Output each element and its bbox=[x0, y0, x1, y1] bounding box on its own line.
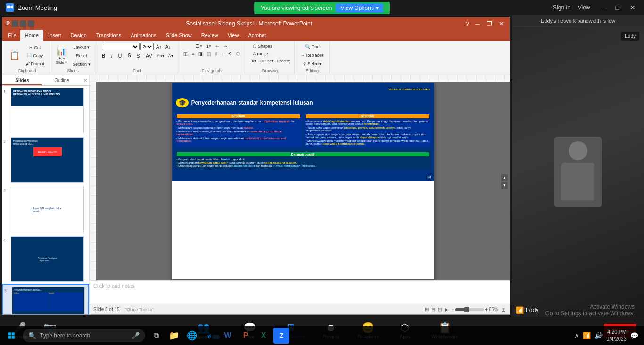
view-reading-button[interactable]: ⊡ bbox=[438, 307, 442, 312]
slides-tab[interactable]: Slides bbox=[2, 75, 42, 85]
slide-title-bar: 🎓 Penyederhanaan standar kompetensi lulu… bbox=[172, 96, 434, 110]
slide-panel-close-button[interactable]: ✕ bbox=[82, 75, 89, 85]
cut-button[interactable]: ✂ Cut bbox=[23, 44, 47, 51]
select-button[interactable]: ⊹ Select▾ bbox=[300, 60, 324, 67]
network-icon[interactable]: 📶 bbox=[583, 332, 591, 339]
slide-thumb-5[interactable]: 5 Penyederhanaan standar... Sebelum Sesu… bbox=[2, 284, 89, 314]
italic-button[interactable]: I bbox=[109, 52, 115, 59]
taskbar-edge[interactable]: 𝒆 bbox=[202, 328, 218, 344]
ribbon-tab-transitions[interactable]: Transitions bbox=[91, 30, 126, 41]
taskbar-zoom[interactable]: Z bbox=[273, 328, 289, 344]
ppt-help-button[interactable]: ? bbox=[464, 20, 471, 27]
bold-button[interactable]: B bbox=[99, 52, 108, 59]
start-button[interactable] bbox=[2, 326, 21, 345]
minimize-button[interactable]: ─ bbox=[598, 4, 608, 11]
underline-button[interactable]: U bbox=[116, 52, 124, 59]
view-options-button[interactable]: View Options ▾ bbox=[336, 3, 383, 13]
slide-thumb-4[interactable]: 4 Perubahan Paradigma...tugas akhir... bbox=[2, 234, 89, 284]
convert-to-smartart-button[interactable]: ⬡ bbox=[234, 50, 242, 58]
notes-area[interactable]: Click to add notes bbox=[90, 280, 510, 304]
ppt-undo-icon[interactable] bbox=[20, 20, 26, 27]
taskbar-search-bar[interactable]: 🔍 Type here to search 🎤 bbox=[23, 329, 145, 342]
slide-editor[interactable]: INSTITUT BISNIS NUSANTARA 🎓 Penyederhana… bbox=[96, 82, 510, 280]
taskbar-powerpoint[interactable]: P bbox=[238, 328, 254, 344]
font-color-button[interactable]: A▾ bbox=[167, 52, 175, 59]
zoom-slider[interactable] bbox=[455, 308, 484, 311]
strikethrough-button[interactable]: S̶ bbox=[125, 51, 133, 59]
taskbar-word[interactable]: W bbox=[220, 328, 236, 344]
ribbon-tab-insert[interactable]: Insert bbox=[43, 30, 66, 41]
shape-effects-button[interactable]: Effects▾ bbox=[275, 58, 291, 64]
view-link[interactable]: View bbox=[578, 4, 590, 11]
numbering-button[interactable]: 1≡ bbox=[205, 43, 213, 49]
taskbar-file-explorer[interactable]: 📁 bbox=[166, 328, 182, 344]
speaker-icon[interactable]: 🔊 bbox=[594, 332, 603, 339]
ribbon-tab-home[interactable]: Home bbox=[20, 30, 43, 41]
text-direction-button[interactable]: ⟲ bbox=[226, 50, 234, 58]
font-name-select[interactable] bbox=[102, 43, 140, 50]
taskbar-chrome[interactable]: 🌐 bbox=[184, 328, 200, 344]
ppt-close-button[interactable]: ✕ bbox=[497, 20, 506, 27]
align-right-button[interactable]: ◨ bbox=[197, 50, 205, 58]
ribbon-tab-acrobat[interactable]: Acrobat bbox=[243, 30, 271, 41]
char-spacing-button[interactable]: AV bbox=[143, 52, 155, 59]
ppt-restore-button[interactable]: ❐ bbox=[485, 20, 494, 27]
bullets-button[interactable]: ☰≡ bbox=[194, 43, 204, 49]
clock-display[interactable]: 4:20 PM 9/4/2023 bbox=[606, 329, 627, 343]
ribbon-tab-review[interactable]: Review bbox=[197, 30, 223, 41]
ppt-redo-icon[interactable] bbox=[28, 20, 34, 27]
section-button[interactable]: Section ▾ bbox=[70, 60, 93, 68]
ribbon-tab-file[interactable]: File bbox=[4, 30, 20, 41]
ribbon-tab-design[interactable]: Design bbox=[66, 30, 91, 41]
maximize-button[interactable]: □ bbox=[613, 4, 622, 11]
font-size-increase-button[interactable]: A↑ bbox=[155, 44, 163, 50]
taskbar-task-view[interactable]: ⧉ bbox=[148, 328, 164, 344]
reset-button[interactable]: Reset bbox=[70, 52, 93, 59]
line-spacing-button[interactable]: ↕ bbox=[220, 50, 226, 58]
change-case-button[interactable]: Aa▾ bbox=[156, 52, 166, 59]
view-slide-sorter-button[interactable]: ⊟ bbox=[431, 307, 435, 312]
zoom-in-button[interactable]: + bbox=[485, 306, 488, 313]
new-slide-button[interactable]: 📊 NewSlide ▾ bbox=[53, 45, 69, 66]
align-center-button[interactable]: ≡ bbox=[190, 50, 196, 58]
format-painter-button[interactable]: 🖌 Format bbox=[23, 60, 47, 67]
shape-fill-button[interactable]: Fill▾ bbox=[248, 58, 258, 64]
shadow-button[interactable]: S bbox=[134, 52, 142, 59]
up-arrow-icon[interactable]: ∧ bbox=[574, 332, 579, 339]
shape-outline-button[interactable]: Outline▾ bbox=[258, 58, 275, 64]
layout-button[interactable]: Layout ▾ bbox=[70, 43, 93, 51]
justify-button[interactable]: ⬚ bbox=[205, 50, 213, 58]
font-size-decrease-button[interactable]: A↓ bbox=[164, 44, 173, 50]
slide-thumb-3[interactable]: 3 Suatu SKP yang baru bukanberarti... bbox=[2, 185, 89, 234]
paste-button[interactable]: 📋 bbox=[7, 43, 22, 68]
view-normal-button[interactable]: ⊞ bbox=[425, 307, 429, 312]
drawing-label: Drawing bbox=[262, 68, 278, 73]
align-left-button[interactable]: ◫ bbox=[182, 50, 190, 58]
slide-thumb-1[interactable]: 1 KEBIJAKAN PENDIDIKAN TINGGIKEBIJAKAN, … bbox=[2, 86, 89, 135]
ribbon-tab-view[interactable]: View bbox=[223, 30, 244, 41]
close-button[interactable]: ✕ bbox=[627, 4, 638, 11]
replace-button[interactable]: ↔ Replace▾ bbox=[298, 51, 326, 59]
increase-indent-button[interactable]: ⇒ bbox=[222, 43, 229, 49]
shapes-button[interactable]: ⬡ Shapes bbox=[251, 43, 274, 49]
find-button[interactable]: 🔍 Find bbox=[303, 43, 322, 50]
slide-thumb-2[interactable]: 2 Pendekatan Presentasiuntuk Sidang SKI.… bbox=[2, 135, 89, 185]
scroll-down-button[interactable]: ▼ bbox=[501, 182, 508, 189]
font-size-select[interactable]: 20 bbox=[140, 43, 154, 50]
arrange-button[interactable]: Arrange bbox=[251, 50, 270, 57]
ribbon-tab-animations[interactable]: Animations bbox=[126, 30, 161, 41]
copy-button[interactable]: 📄 Copy bbox=[23, 52, 47, 59]
ppt-minimize-button[interactable]: ─ bbox=[474, 20, 482, 27]
taskbar-excel[interactable]: X bbox=[256, 328, 272, 344]
columns-button[interactable]: ⫴ bbox=[214, 50, 219, 58]
scroll-up-button[interactable]: ▲ bbox=[501, 174, 508, 181]
sign-in-link[interactable]: Sign in bbox=[553, 4, 570, 11]
decrease-indent-button[interactable]: ⇐ bbox=[214, 43, 221, 49]
notification-icon[interactable]: 💬 bbox=[630, 332, 638, 339]
ribbon-tab-slideshow[interactable]: Slide Show bbox=[161, 30, 197, 41]
fit-page-button[interactable]: ⊞ bbox=[501, 306, 506, 313]
view-slideshow-button[interactable]: ▶ bbox=[445, 307, 448, 312]
outline-tab[interactable]: Outline bbox=[42, 75, 82, 85]
zoom-out-button[interactable]: − bbox=[451, 306, 454, 313]
ppt-save-icon[interactable] bbox=[12, 20, 18, 27]
